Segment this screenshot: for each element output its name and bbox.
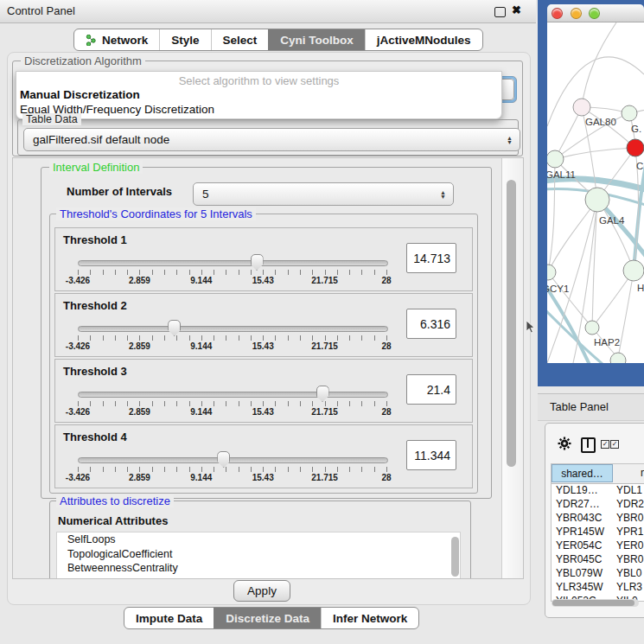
cell-shared-name: YLR345W [556,580,603,594]
number-of-intervals-combobox[interactable]: 5 ▲▼ [193,182,454,206]
zoom-traffic-light[interactable] [589,8,600,19]
number-of-intervals-label: Number of Intervals [67,185,172,198]
column-header-shared-name[interactable]: shared… [552,464,613,482]
threshold-3-value-field[interactable]: 21.4 [406,374,456,405]
cell-shared-name: YBL079W [556,566,603,580]
dropdown-option-manual-discretization[interactable]: Manual Discretization [19,88,140,101]
node-bottom-partial[interactable] [610,353,626,363]
slider-track [78,326,388,332]
tab-impute-data[interactable]: Impute Data [124,608,214,628]
gear-icon[interactable] [558,437,571,450]
threshold-4-slider[interactable]: -3.426 2.859 9.144 15.43 21.715 28 [78,450,386,486]
network-view-window: GAL80G.CGAL11GAL4GCY1HHAP2 [538,0,644,386]
table-row[interactable]: YDL19…YDL1 [552,483,644,497]
tab-cyni-toolbox[interactable]: Cyni Toolbox [268,29,365,50]
float-window-icon[interactable] [494,7,506,17]
close-traffic-light[interactable] [552,8,563,19]
node-h[interactable] [623,260,644,281]
attribute-item[interactable]: TopologicalCoefficient [57,547,460,562]
table-row[interactable]: YPR145WYPR1 [552,525,644,539]
tick-label: -3.426 [66,341,90,351]
node-gcy1[interactable] [547,265,556,280]
tick-label: 28 [381,341,391,351]
checkbox-icon[interactable]: ✓ [601,440,609,449]
slider-thumb[interactable] [217,451,230,468]
node-gal4[interactable] [585,188,609,212]
node-gal11[interactable] [547,150,564,168]
cell-shared-name: YDL19… [556,483,598,497]
attribute-item[interactable]: BetweennessCentrality [57,561,460,576]
thresholds-group-label: Threshold's Coordinates for 5 Intervals [56,207,256,220]
apply-button[interactable]: Apply [233,580,290,602]
table-hscrollbar-track[interactable] [552,599,639,607]
settings-scrollbar-thumb[interactable] [507,180,516,467]
table-row[interactable]: YER054CYER0 [552,539,644,552]
node-label: HAP2 [594,337,620,348]
table-row[interactable]: YBL079WYBL0 [552,566,644,580]
attribute-item[interactable]: SelfLoops [57,532,460,547]
slider-track [78,457,388,463]
tab-discretize-data[interactable]: Discretize Data [214,608,321,628]
network-canvas[interactable]: GAL80G.CGAL11GAL4GCY1HHAP2 [547,22,644,363]
discretization-algorithm-label: Discretization Algorithm [21,54,145,67]
node-gal80[interactable] [573,99,590,116]
cell-name: YDR2 [616,497,644,511]
network-graph: GAL80G.CGAL11GAL4GCY1HHAP2 [547,22,644,363]
combobox-spinner-icon: ▲▼ [507,136,513,144]
network-window-titlebar[interactable] [547,4,644,22]
minimize-traffic-light[interactable] [571,8,582,19]
table-data-label: Table Data [22,113,81,125]
tick-label: 21.715 [311,407,338,417]
tick-label: 9.144 [190,407,212,417]
tab-network[interactable]: Network [74,29,159,50]
threshold-1-slider[interactable]: -3.426 2.859 9.144 15.43 21.715 28 [78,252,386,289]
threshold-2-value-field[interactable]: 6.316 [406,309,456,339]
tab-jactivemnodules[interactable]: jActiveMNodules [365,29,482,50]
tick-label: 2.859 [129,473,150,482]
numerical-attributes-list[interactable]: SelfLoopsTopologicalCoefficientBetweenne… [56,532,461,579]
combobox-spinner-icon: ▲▼ [440,190,446,199]
table-row[interactable]: YLR345WYLR3 [552,580,644,594]
tab-style[interactable]: Style [159,29,210,50]
tick-label: 15.43 [252,276,274,285]
node-hap2[interactable] [585,321,599,335]
close-icon[interactable]: ✖ [512,3,521,16]
node-red[interactable] [627,139,644,156]
column-header-name[interactable]: n… [641,464,644,482]
slider-thumb[interactable] [168,320,181,336]
attributes-group-label: Attributes to discretize [56,494,174,507]
node-label: GAL80 [585,117,616,127]
slider-thumb[interactable] [316,386,329,402]
settings-scroll-panel: Interval Definition Number of Intervals … [12,157,524,579]
columns-icon[interactable] [581,437,596,453]
tick-label: 2.859 [129,341,150,351]
cell-name: YBR0 [616,511,643,525]
threshold-1-value-field[interactable]: 14.713 [406,243,456,273]
table-row[interactable]: YBR045CYBR0 [552,552,644,566]
node-top-right[interactable] [622,105,637,121]
slider-track [78,392,388,398]
slider-thumb[interactable] [251,254,264,271]
cell-name: YBR0 [616,552,643,566]
threshold-1-panel: Threshold 1 -3.426 2.859 9.144 15.43 21.… [54,227,473,291]
node-table[interactable]: shared… n… YDL19…YDL1YDR27…YDR2YBR043CYB… [551,463,644,602]
table-panel-title: Table Panel [550,394,609,420]
tab-select[interactable]: Select [211,29,269,50]
checkbox-icon[interactable]: ✓ [610,440,619,449]
threshold-3-slider[interactable]: -3.426 2.859 9.144 15.43 21.715 28 [78,384,386,420]
algorithm-dropdown-popup: Select algorithm to view settings Manual… [16,71,502,119]
table-row[interactable]: YBR043CYBR0 [552,511,644,525]
tick-label: -3.426 [66,276,90,285]
tab-infer-network[interactable]: Infer Network [321,608,418,628]
cell-shared-name: YBR045C [556,552,602,566]
table-row[interactable]: YDR27…YDR2 [552,497,644,511]
cell-shared-name: YER054C [556,539,602,552]
list-scrollbar[interactable] [451,537,459,577]
numerical-attributes-label: Numerical Attributes [58,514,168,527]
threshold-4-value-field[interactable]: 11.344 [406,440,456,470]
settings-scrollbar-track[interactable] [501,158,523,578]
table-hscrollbar-thumb[interactable] [552,600,634,606]
threshold-2-slider[interactable]: -3.426 2.859 9.144 15.43 21.715 28 [78,318,386,354]
cell-name: YDL1 [616,483,642,497]
table-data-combobox[interactable]: galFiltered.sif default node ▲▼ [23,128,520,151]
